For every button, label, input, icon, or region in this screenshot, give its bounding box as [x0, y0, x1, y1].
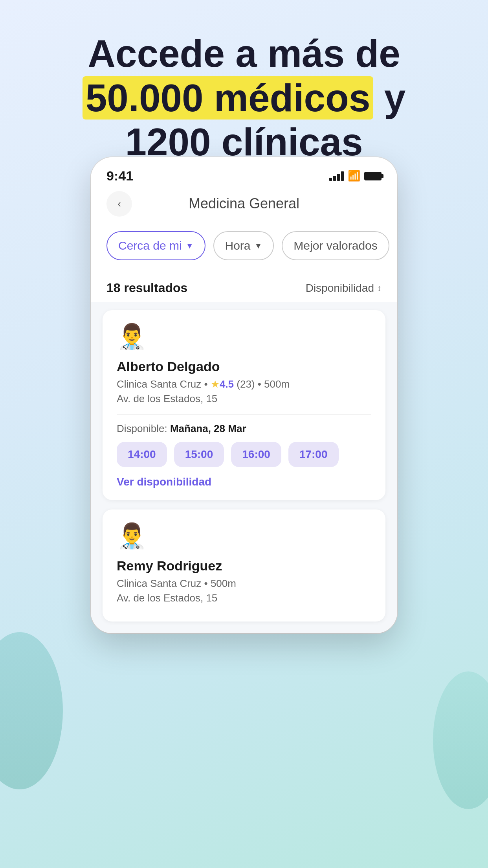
- dot-separator-3: •: [204, 577, 211, 589]
- filter-cerca[interactable]: Cerca de mi ▼: [106, 231, 205, 260]
- doctor-distance-1: 500m: [264, 378, 290, 390]
- doctor-address-1: Av. de los Estados, 15: [117, 393, 371, 405]
- status-time: 9:41: [106, 168, 133, 184]
- filter-hora[interactable]: Hora ▼: [213, 231, 274, 260]
- doctor-rating-1: 4.5: [220, 378, 234, 390]
- availability-label-text: Disponible:: [117, 423, 167, 434]
- chevron-down-icon-2: ▼: [255, 241, 262, 250]
- nav-title: Medicina General: [189, 195, 299, 212]
- doctor-info-2: Clinica Santa Cruz • 500m: [117, 577, 371, 590]
- filter-hora-label: Hora: [225, 239, 251, 252]
- doctor-clinic-2: Clinica Santa Cruz: [117, 577, 201, 589]
- dot-separator-2: •: [258, 378, 264, 390]
- doctor-distance-2: 500m: [211, 577, 236, 589]
- wifi-icon: 📶: [348, 170, 360, 182]
- time-slots-1: 14:00 15:00 16:00 17:00: [117, 442, 371, 467]
- doctor-card-2[interactable]: 👨‍⚕️ Remy Rodriguez Clinica Santa Cruz •…: [103, 509, 385, 622]
- sort-arrows-icon: ↕: [377, 283, 382, 293]
- ver-disponibilidad-button-1[interactable]: Ver disponibilidad: [117, 476, 371, 488]
- doctor-name-2: Remy Rodriguez: [117, 558, 371, 574]
- filter-bar: Cerca de mi ▼ Hora ▼ Mejor valorados: [91, 220, 397, 271]
- back-button[interactable]: ‹: [106, 191, 132, 217]
- bg-decoration-left: [0, 632, 63, 789]
- doctor-avatar-2: 👨‍⚕️: [117, 524, 145, 552]
- dot-separator-1: •: [204, 378, 211, 390]
- availability-date-1: Mañana, 28 Mar: [170, 423, 246, 434]
- hero-highlight: 50.000 médicos: [83, 76, 374, 120]
- nav-bar: ‹ Medicina General: [91, 188, 397, 220]
- sort-button[interactable]: Disponibilidad ↕: [306, 282, 382, 294]
- back-chevron-icon: ‹: [117, 198, 121, 210]
- doctor-avatar-1: 👨‍⚕️: [117, 324, 145, 353]
- star-icon-1: ★: [211, 378, 220, 390]
- status-icons: 📶: [329, 170, 382, 182]
- doctor-info-1: Clinica Santa Cruz • ★4.5 (23) • 500m: [117, 378, 371, 390]
- doctor-address-2: Av. de los Estados, 15: [117, 592, 371, 604]
- sort-label: Disponibilidad: [306, 282, 374, 294]
- phone-mockup: 9:41 📶 ‹ Medicina General Cerca: [91, 157, 397, 633]
- doctor-card-1[interactable]: 👨‍⚕️ Alberto Delgado Clinica Santa Cruz …: [103, 310, 385, 500]
- filter-mejor[interactable]: Mejor valorados: [282, 231, 389, 260]
- time-slot-1700[interactable]: 17:00: [288, 442, 339, 467]
- card-divider-1: [117, 414, 371, 415]
- chevron-down-icon: ▼: [186, 241, 194, 250]
- results-header: 18 resultados Disponibilidad ↕: [91, 271, 397, 302]
- hero-title: Accede a más de 50.000 médicos y 1200 cl…: [24, 31, 464, 164]
- status-bar: 9:41 📶: [91, 157, 397, 188]
- time-slot-1400[interactable]: 14:00: [117, 442, 167, 467]
- time-slot-1600[interactable]: 16:00: [231, 442, 281, 467]
- hero-suffix: y: [373, 76, 405, 120]
- hero-section: Accede a más de 50.000 médicos y 1200 cl…: [0, 0, 488, 180]
- doctor-reviews-1: (23): [237, 378, 255, 390]
- phone-mockup-container: 9:41 📶 ‹ Medicina General Cerca: [91, 157, 397, 633]
- filter-mejor-label: Mejor valorados: [294, 239, 377, 252]
- hero-line1: Accede a más de: [88, 32, 400, 75]
- doctor-clinic-1: Clinica Santa Cruz: [117, 378, 201, 390]
- time-slot-1500[interactable]: 15:00: [174, 442, 224, 467]
- doctor-name-1: Alberto Delgado: [117, 359, 371, 374]
- disponible-label-1: Disponible: Mañana, 28 Mar: [117, 423, 371, 435]
- battery-icon: [364, 172, 382, 180]
- filter-cerca-label: Cerca de mi: [118, 239, 182, 252]
- signal-icon: [329, 171, 344, 181]
- bg-decoration-right: [433, 671, 488, 809]
- cards-area: 👨‍⚕️ Alberto Delgado Clinica Santa Cruz …: [91, 302, 397, 633]
- results-count: 18 resultados: [106, 281, 187, 295]
